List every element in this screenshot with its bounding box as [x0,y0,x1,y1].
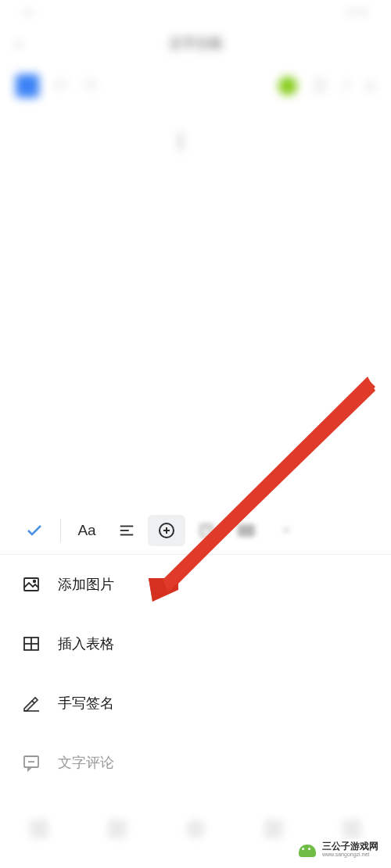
signature-icon [22,694,41,713]
menu-label: 添加图片 [58,575,114,594]
menu-label: 手写签名 [58,694,114,713]
color-swatch[interactable] [16,74,39,98]
table-icon [22,634,41,653]
image-icon [22,575,41,594]
blurred-background: ••• ••• ••• ‹ 文字文稿 ↶ ↷ ☰ ⤴ ≡ [0,0,391,506]
redo-icon[interactable]: ↷ [84,77,97,95]
menu-label: 文字评论 [58,753,114,772]
menu-item-insert-table[interactable]: 插入表格 [0,614,391,673]
page-title: 文字文稿 [169,34,222,52]
menu-label: 插入表格 [58,634,114,653]
undo-icon[interactable]: ↶ [55,77,68,95]
menu-item-add-image[interactable]: 添加图片 [0,555,391,614]
back-icon[interactable]: ‹ [16,34,21,52]
menu-item-signature[interactable]: 手写签名 [0,673,391,733]
menu-item-comment[interactable]: 文字评论 [0,733,391,792]
document-canvas[interactable] [0,109,391,492]
watermark: 三公子游戏网 www.sangongzi.net [292,839,383,860]
toolbar-extra-1[interactable] [228,515,265,546]
toolbar-divider [60,519,61,542]
align-button[interactable] [108,515,145,546]
share-icon[interactable]: ⤴ [343,77,350,95]
watermark-url: www.sangongzi.net [322,852,378,858]
done-button[interactable] [16,515,53,546]
status-left: ••• [23,7,33,16]
status-right: ••• ••• [347,7,368,16]
plus-circle-icon [157,521,176,540]
text-format-button[interactable]: Aa [68,515,106,546]
svg-marker-8 [282,528,289,532]
watermark-text: 三公子游戏网 www.sangongzi.net [322,841,378,858]
note-icon [198,522,215,539]
align-icon [118,522,135,539]
top-toolbar: ↶ ↷ ☰ ⤴ ≡ [0,63,391,109]
status-bar: ••• ••• ••• [0,0,391,23]
menu-icon[interactable]: ≡ [366,77,375,95]
text-icon: Aa [77,522,95,539]
note-button[interactable] [188,515,225,546]
svg-rect-6 [201,524,213,536]
checkmark-icon [25,521,44,540]
watermark-logo-icon [297,842,317,858]
insert-menu: 添加图片 插入表格 手写签名 [0,555,391,792]
editor-toolbar: Aa [0,506,391,555]
insert-button[interactable] [148,515,185,546]
comment-icon [22,753,41,772]
text-cursor [180,133,181,150]
toolbar-dropdown[interactable] [267,515,305,546]
svg-point-10 [34,580,36,583]
status-indicator [278,77,297,95]
chevron-down-icon [281,525,292,536]
app-header: ‹ 文字文稿 [0,23,391,63]
blank-icon [238,524,255,537]
tool-icon[interactable]: ☰ [313,77,327,95]
watermark-name: 三公子游戏网 [322,841,378,852]
